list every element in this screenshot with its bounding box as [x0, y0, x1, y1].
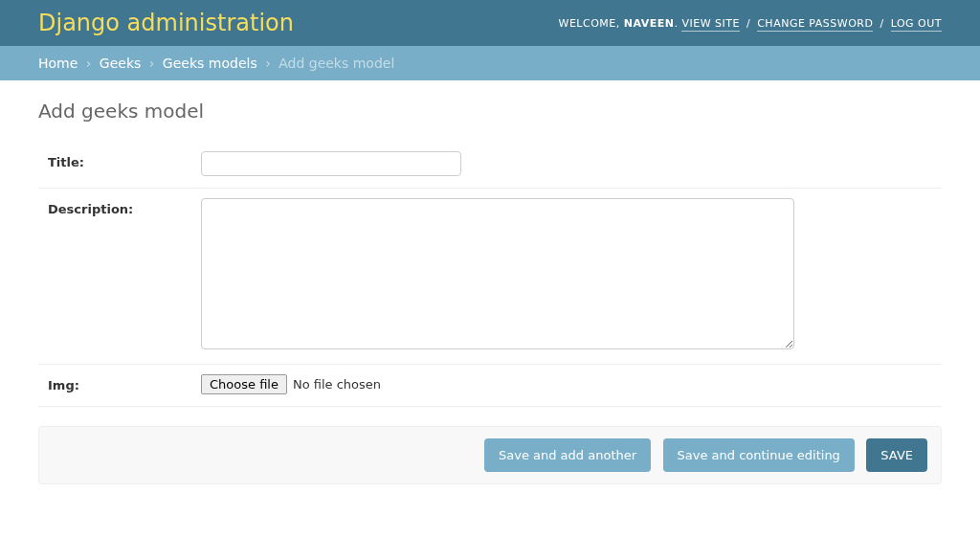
save-add-another-button[interactable]	[484, 438, 651, 472]
file-status: No file chosen	[293, 377, 381, 392]
description-textarea[interactable]	[201, 198, 794, 349]
breadcrumb-arrow: ›	[86, 56, 92, 71]
breadcrumb-home[interactable]: Home	[38, 56, 78, 71]
welcome-sep: .	[674, 17, 678, 30]
separator: /	[746, 17, 750, 30]
breadcrumb-model[interactable]: Geeks models	[163, 56, 257, 71]
change-password-link[interactable]: CHANGE PASSWORD	[757, 17, 873, 32]
title-input[interactable]	[201, 151, 461, 176]
breadcrumb: Home › Geeks › Geeks models › Add geeks …	[0, 46, 980, 80]
breadcrumb-arrow: ›	[149, 56, 155, 71]
save-continue-button[interactable]	[663, 438, 855, 472]
save-button[interactable]	[866, 438, 927, 472]
admin-header: Django administration WELCOME, NAVEEN. V…	[0, 0, 980, 46]
title-label: Title:	[48, 151, 201, 169]
breadcrumb-current: Add geeks model	[278, 56, 394, 71]
username: NAVEEN	[624, 17, 675, 30]
welcome-text: WELCOME,	[559, 17, 620, 30]
form-row-img: Img: Choose file No file chosen	[38, 365, 942, 407]
breadcrumb-arrow: ›	[265, 56, 271, 71]
choose-file-button[interactable]: Choose file	[201, 374, 287, 394]
separator: /	[880, 17, 883, 30]
log-out-link[interactable]: LOG OUT	[891, 17, 942, 32]
branding-title: Django administration	[38, 10, 294, 36]
img-label: Img:	[48, 374, 201, 392]
content-main: Add geeks model Title: Description: Img:…	[0, 80, 980, 504]
page-title: Add geeks model	[38, 100, 942, 123]
form-row-description: Description:	[38, 189, 942, 365]
user-tools: WELCOME, NAVEEN. VIEW SITE / CHANGE PASS…	[559, 17, 943, 30]
description-label: Description:	[48, 198, 201, 216]
view-site-link[interactable]: VIEW SITE	[681, 17, 740, 32]
submit-row	[38, 426, 942, 484]
form-row-title: Title:	[38, 142, 942, 189]
breadcrumb-app[interactable]: Geeks	[100, 56, 141, 71]
